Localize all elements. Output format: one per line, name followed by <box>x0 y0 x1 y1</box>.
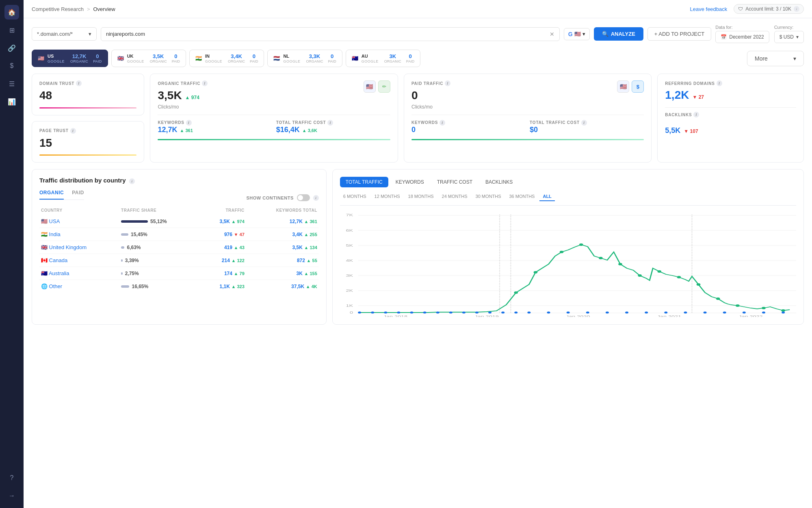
paid-keywords-label: KEYWORDS i <box>411 120 526 126</box>
clear-url-icon[interactable]: ✕ <box>550 31 554 37</box>
tab-all[interactable]: ALL <box>539 192 554 201</box>
paid-traffic-info-icon[interactable]: i <box>445 80 450 86</box>
continents-toggle-switch[interactable] <box>297 194 310 201</box>
country-tab-au[interactable]: 🇦🇺 AU GOOGLE 3K ORGANIC 0 PAID <box>346 50 420 67</box>
td-traffic-share: 55,12% <box>119 215 200 228</box>
svg-point-50 <box>547 312 550 314</box>
paid-cost-metric: TOTAL TRAFFIC COST i $0 <box>530 120 644 134</box>
sidebar-icon-links[interactable]: 🔗 <box>4 41 19 55</box>
sidebar-icon-money[interactable]: $ <box>4 59 19 73</box>
add-to-project-button[interactable]: + ADD TO PROJECT <box>647 27 711 41</box>
au-organic-label: ORGANIC <box>384 59 401 63</box>
organic-traffic-info-icon[interactable]: i <box>202 80 208 86</box>
organic-keywords-info-icon[interactable]: i <box>186 120 192 126</box>
tab-24m[interactable]: 24 MONTHS <box>439 192 471 201</box>
search-bar: *.domain.com/* ▾ ✕ G 🇺🇸 ▾ 🔍 ANALYZE + AD… <box>32 25 804 43</box>
organic-cost-value: $16,4K <box>276 126 300 134</box>
svg-point-60 <box>743 312 746 314</box>
tab-keywords[interactable]: KEYWORDS <box>390 177 430 187</box>
td-country-name: 🇨🇦 Canada <box>39 254 119 267</box>
sidebar-icon-dashboard[interactable]: ⊞ <box>4 23 19 37</box>
chart-svg: 7K 6K 5K 4K 3K 2K 1K 0 <box>340 211 796 317</box>
in-code: IN <box>205 54 222 59</box>
tab-6m[interactable]: 6 MONTHS <box>340 192 370 201</box>
currency-select[interactable]: $ USD ▾ <box>774 31 804 43</box>
paid-cost-info-icon[interactable]: i <box>581 120 587 126</box>
country-tab-uk[interactable]: 🇬🇧 UK GOOGLE 3,5K ORGANIC 0 PAID <box>111 50 186 67</box>
svg-point-31 <box>696 283 700 286</box>
td-traffic-share: 3,39% <box>119 254 200 267</box>
svg-point-53 <box>606 312 609 314</box>
analyze-button[interactable]: 🔍 ANALYZE <box>594 27 643 41</box>
search-engine-select[interactable]: G 🇺🇸 ▾ <box>564 28 590 40</box>
organic-us-flag-btn[interactable]: 🇺🇸 <box>364 80 376 93</box>
paid-card-top: PAID TRAFFIC i 0 Clicks/mo 🇺🇸 $ <box>411 80 644 110</box>
uk-engine: GOOGLE <box>127 59 144 63</box>
tab-organic[interactable]: ORGANIC <box>39 190 64 200</box>
backlinks-info-icon[interactable]: i <box>693 112 699 117</box>
paid-metrics-grid: KEYWORDS i 0 TOTAL TRAFFIC COST i $0 <box>411 115 644 134</box>
svg-point-24 <box>560 251 564 253</box>
country-tab-us[interactable]: 🇺🇸 US GOOGLE 12,7K ORGANIC 0 PAID <box>32 50 108 67</box>
tab-total-traffic[interactable]: TOTAL TRAFFIC <box>340 177 388 187</box>
date-picker-button[interactable]: 📅 December 2022 <box>715 31 769 43</box>
paid-traffic-value: 0 <box>411 89 450 102</box>
page-trust-title: PAGE TRUST i <box>39 128 136 134</box>
page-trust-value: 15 <box>39 136 136 150</box>
sidebar-icon-list[interactable]: ☰ <box>4 76 19 91</box>
paid-us-flag-btn[interactable]: 🇺🇸 <box>617 80 629 93</box>
more-countries-button[interactable]: More ▾ <box>747 51 804 66</box>
tab-12m[interactable]: 12 MONTHS <box>371 192 403 201</box>
tab-18m[interactable]: 18 MONTHS <box>405 192 437 201</box>
tab-30m[interactable]: 30 MONTHS <box>472 192 505 201</box>
sidebar-icon-chart[interactable]: 📊 <box>4 94 19 109</box>
paid-dollar-btn[interactable]: $ <box>632 80 644 93</box>
sidebar-icon-arrow[interactable]: → <box>4 488 19 503</box>
account-limit-badge: 🛡 Account limit: 3 / 10K i <box>734 4 804 14</box>
continents-info-icon[interactable]: i <box>313 195 319 201</box>
organic-cost-info-icon[interactable]: i <box>327 120 333 126</box>
svg-point-62 <box>782 312 785 314</box>
svg-point-56 <box>664 312 667 314</box>
svg-point-49 <box>527 312 531 314</box>
svg-point-34 <box>762 307 766 309</box>
organic-edit-btn[interactable]: ✏ <box>378 80 390 93</box>
country-tab-in[interactable]: 🇮🇳 IN GOOGLE 3,4K ORGANIC 0 PAID <box>189 50 264 67</box>
table-row: 🇨🇦 Canada 3,39% 214 ▲ 122 872 ▲ 55 <box>39 254 319 267</box>
data-for-wrapper: Data for: 📅 December 2022 <box>715 25 769 43</box>
th-traffic: TRAFFIC <box>200 206 246 215</box>
breadcrumb: Competitive Research > Overview <box>32 6 115 12</box>
url-input[interactable] <box>106 31 546 37</box>
breadcrumb-parent[interactable]: Competitive Research <box>32 6 84 12</box>
show-continents-toggle[interactable]: SHOW CONTINENTS i <box>246 194 318 201</box>
nl-engine: GOOGLE <box>283 59 300 63</box>
referring-domains-card: REFERRING DOMAINS i 1,2K ▼ 27 BACKLINKS … <box>657 74 804 163</box>
tab-backlinks[interactable]: BACKLINKS <box>480 177 518 187</box>
svg-text:Jan 2022: Jan 2022 <box>738 315 763 317</box>
uk-paid-value: 0 <box>172 53 180 59</box>
organic-card-top: ORGANIC TRAFFIC i 3,5K ▲ 974 Clicks/mo 🇺… <box>158 80 390 110</box>
au-paid-value: 0 <box>406 53 414 59</box>
tab-36m[interactable]: 36 MONTHS <box>506 192 538 201</box>
country-tab-nl[interactable]: 🇳🇱 NL GOOGLE 3,3K ORGANIC 0 PAID <box>267 50 342 67</box>
traffic-distribution-info-icon[interactable]: i <box>129 178 135 184</box>
sidebar-icon-help[interactable]: ? <box>4 471 19 485</box>
account-limit-info-icon[interactable]: i <box>794 6 799 12</box>
main-content: Competitive Research > Overview Leave fe… <box>24 0 812 508</box>
tab-traffic-cost[interactable]: TRAFFIC COST <box>431 177 478 187</box>
domain-pattern-select[interactable]: *.domain.com/* ▾ <box>32 27 97 41</box>
sidebar-icon-home[interactable]: 🏠 <box>4 5 19 20</box>
traffic-tabs: ORGANIC PAID <box>39 190 84 200</box>
page-trust-info-icon[interactable]: i <box>70 128 76 134</box>
svg-point-52 <box>586 312 589 314</box>
referring-domains-info-icon[interactable]: i <box>717 80 722 86</box>
domain-trust-card: DOMAIN TRUST i 48 <box>32 74 144 115</box>
more-label: More <box>755 55 768 62</box>
tab-paid[interactable]: PAID <box>72 190 84 200</box>
leave-feedback-link[interactable]: Leave feedback <box>690 6 727 12</box>
td-keywords: 872 ▲ 55 <box>246 254 319 267</box>
referring-domains-change: ▼ 27 <box>692 94 704 100</box>
paid-keywords-info-icon[interactable]: i <box>440 120 445 126</box>
paid-keywords-metric: KEYWORDS i 0 <box>411 120 526 134</box>
domain-trust-info-icon[interactable]: i <box>76 80 82 86</box>
